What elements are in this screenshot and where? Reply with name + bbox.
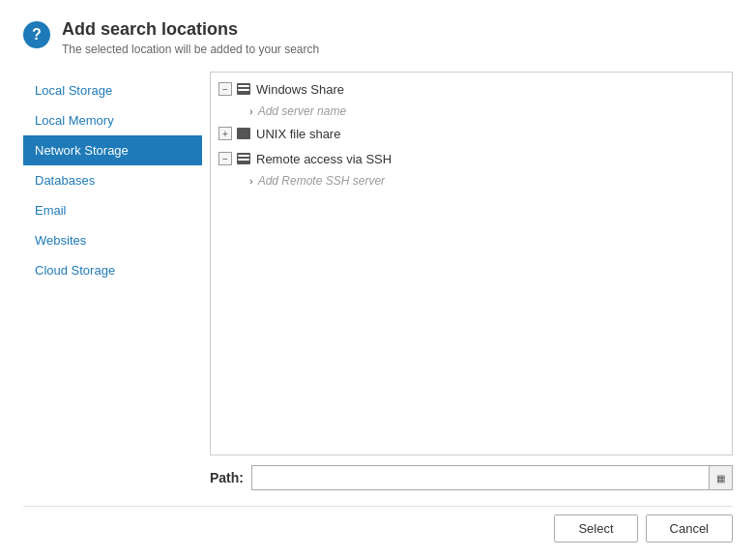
tree-node-windows-share[interactable]: − Windows Share — [211, 76, 732, 102]
header: ? Add search locations The selected loca… — [23, 19, 733, 56]
chevron-right-ssh-icon: › — [249, 175, 253, 187]
tree-children-windows-share: › Add server name — [211, 102, 732, 121]
tree-toggle-ssh[interactable]: − — [218, 152, 232, 165]
tree-node-unix-file-share[interactable]: + UNIX file share — [211, 121, 732, 146]
sidebar-item-email[interactable]: Email — [23, 195, 202, 225]
tree-toggle-unix[interactable]: + — [218, 127, 232, 140]
dialog: ? Add search locations The selected loca… — [0, 0, 756, 558]
tree-label-windows-share: Windows Share — [256, 82, 344, 97]
sidebar-item-cloud-storage[interactable]: Cloud Storage — [23, 255, 202, 285]
add-server-label: Add server name — [258, 104, 346, 118]
dialog-title: Add search locations — [62, 19, 319, 40]
content-area: Local Storage Local Memory Network Stora… — [23, 72, 733, 490]
server-icon-windows — [236, 81, 251, 97]
sidebar: Local Storage Local Memory Network Stora… — [23, 72, 202, 490]
path-browse-button[interactable]: ▦ — [709, 466, 732, 489]
sidebar-item-databases[interactable]: Databases — [23, 165, 202, 195]
add-ssh-label: Add Remote SSH server — [258, 174, 385, 188]
dialog-subtitle: The selected location will be added to y… — [62, 43, 319, 56]
sidebar-item-network-storage[interactable]: Network Storage — [23, 135, 202, 165]
tree-node-remote-ssh[interactable]: − Remote access via SSH — [211, 146, 732, 171]
tree-label-unix-file-share: UNIX file share — [256, 127, 340, 141]
tree-item-add-ssh[interactable]: › Add Remote SSH server — [242, 171, 732, 191]
path-input-wrapper: ▦ — [251, 465, 733, 490]
server-icon-ssh — [236, 151, 251, 166]
header-text: Add search locations The selected locati… — [62, 19, 319, 56]
chevron-right-icon: › — [249, 105, 253, 117]
path-row: Path: ▦ — [210, 465, 733, 490]
sidebar-item-local-storage[interactable]: Local Storage — [23, 75, 202, 105]
cancel-button[interactable]: Cancel — [646, 514, 733, 543]
footer: Select Cancel — [23, 506, 733, 543]
tree-panel[interactable]: − Windows Share › Add server name + — [210, 72, 733, 455]
main-panel: − Windows Share › Add server name + — [210, 72, 733, 490]
select-button[interactable]: Select — [554, 514, 637, 543]
tree-item-add-server[interactable]: › Add server name — [242, 102, 732, 121]
sidebar-item-websites[interactable]: Websites — [23, 225, 202, 255]
sidebar-item-local-memory[interactable]: Local Memory — [23, 105, 202, 135]
tree-toggle-windows-share[interactable]: − — [218, 82, 232, 96]
path-input[interactable] — [252, 466, 709, 489]
path-label: Path: — [210, 470, 244, 485]
help-icon: ? — [23, 21, 50, 48]
tree-children-ssh: › Add Remote SSH server — [211, 171, 732, 191]
tree-label-remote-ssh: Remote access via SSH — [256, 152, 392, 166]
server-icon-unix — [236, 126, 251, 141]
